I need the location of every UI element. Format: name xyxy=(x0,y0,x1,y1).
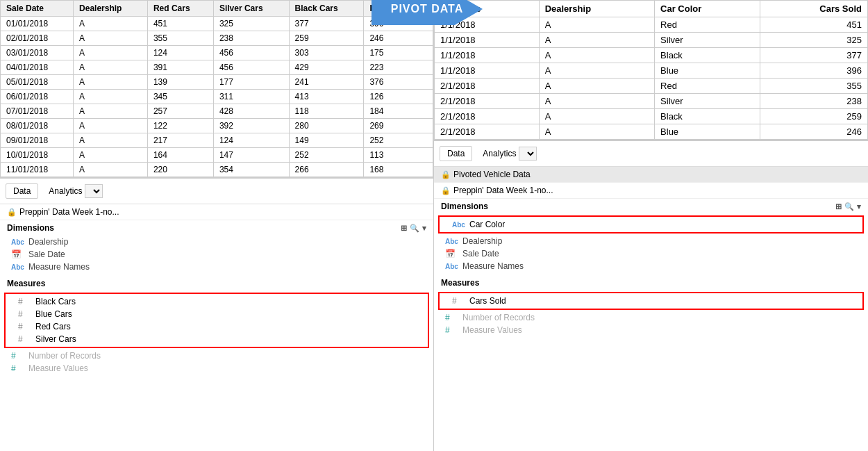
left-measure-redcars-type: # xyxy=(18,322,32,331)
left-measure-bluecars-label: Blue Cars xyxy=(35,309,72,319)
right-table-cell: A xyxy=(539,33,654,48)
left-table-cell: 164 xyxy=(147,148,213,163)
right-table-cell: 451 xyxy=(760,17,868,33)
left-dim-dealership-label: Dealership xyxy=(28,237,68,247)
right-panel-tabs: Data Analytics xyxy=(434,141,868,167)
right-measures-boxed: # Cars Sold xyxy=(438,292,864,310)
right-data-panel: Data Analytics 🔒 Pivoted Vehicle Data 🔒 … xyxy=(434,140,868,451)
left-table-cell: 217 xyxy=(147,133,213,148)
left-col-header-blackcars: Black Cars xyxy=(289,1,364,17)
left-table-cell: 113 xyxy=(364,148,433,163)
right-table-cell: 2/1/2018 xyxy=(435,109,540,124)
right-dimensions-header: Dimensions ⊞ 🔍 ▾ xyxy=(434,199,868,214)
left-dimensions-grid-icon[interactable]: ⊞ xyxy=(401,224,407,233)
right-table-row: 1/1/2018ASilver325 xyxy=(435,33,868,48)
left-measure-redcars-label: Red Cars xyxy=(35,322,71,331)
right-dimensions-caret-icon[interactable]: ▾ xyxy=(857,202,861,211)
left-dim-saledate-type: 📅 xyxy=(11,249,25,259)
right-dimensions-search-icon[interactable]: 🔍 xyxy=(844,202,854,211)
left-table-cell: 325 xyxy=(213,17,289,31)
right-datasource-active-row[interactable]: 🔒 Pivoted Vehicle Data xyxy=(434,167,868,183)
left-tab-data[interactable]: Data xyxy=(6,183,38,199)
left-table-cell: 280 xyxy=(289,119,364,133)
right-measures-header: Measures xyxy=(434,275,868,290)
right-data-table: Sale Date Dealership Car Color Cars Sold… xyxy=(434,0,868,140)
right-measure-measurevalues-label: Measure Values xyxy=(462,325,522,335)
left-table-cell: 456 xyxy=(213,60,289,75)
left-measure-measurevalues: # Measure Values xyxy=(0,362,433,375)
right-table-cell: Silver xyxy=(655,33,760,48)
pivot-button[interactable]: PIVOT DATA xyxy=(372,0,483,25)
right-col-header-carssold: Cars Sold xyxy=(760,1,868,17)
left-datasource-row[interactable]: 🔒 Preppin' Data Week 1-no... xyxy=(0,204,433,220)
right-analytics-dropdown[interactable] xyxy=(519,147,537,161)
right-dim-dealership-type: Abc xyxy=(445,238,459,245)
right-dimensions-icons: ⊞ 🔍 ▾ xyxy=(835,202,861,211)
left-measure-numrecords-type: # xyxy=(11,351,25,361)
right-tab-data[interactable]: Data xyxy=(440,146,472,161)
left-datasource-label: Preppin' Data Week 1-no... xyxy=(19,207,119,217)
left-panel: Sale Date Dealership Red Cars Silver Car… xyxy=(0,0,434,451)
left-table-cell: 392 xyxy=(213,119,289,133)
left-table-cell: A xyxy=(74,60,148,75)
left-table-cell: 223 xyxy=(364,60,433,75)
right-panel: Sale Date Dealership Car Color Cars Sold… xyxy=(434,0,868,451)
right-table-row: 1/1/2018ABlue396 xyxy=(435,63,868,79)
right-table-row: 1/1/2018ABlack377 xyxy=(435,48,868,63)
left-table-row: 05/01/2018A139177241376 xyxy=(1,75,433,90)
right-measure-numrecords: # Number of Records xyxy=(434,311,868,324)
left-measure-blackcars-label: Black Cars xyxy=(35,297,76,306)
left-table-cell: 02/01/2018 xyxy=(1,31,74,46)
right-dimensions-boxed: Abc Car Color xyxy=(438,215,864,233)
left-dimensions-caret-icon[interactable]: ▾ xyxy=(422,224,426,233)
left-table-cell: A xyxy=(74,90,148,104)
left-table-cell: 246 xyxy=(364,31,433,46)
left-table-cell: 139 xyxy=(147,75,213,90)
right-table-cell: 325 xyxy=(760,33,868,48)
left-table-cell: 177 xyxy=(213,75,289,90)
left-table-cell: 06/01/2018 xyxy=(1,90,74,104)
left-col-header-silvercars: Silver Cars xyxy=(213,1,289,17)
left-measure-bluecars: # Blue Cars xyxy=(7,308,426,320)
right-table-row: 1/1/2018ARed451 xyxy=(435,17,868,33)
left-table-cell: 257 xyxy=(147,104,213,119)
right-table-cell: 2/1/2018 xyxy=(435,94,540,109)
left-table-cell: A xyxy=(74,75,148,90)
left-dimensions-search-icon[interactable]: 🔍 xyxy=(410,224,419,233)
left-measure-numrecords: # Number of Records xyxy=(0,350,433,362)
right-measure-numrecords-label: Number of Records xyxy=(462,313,535,322)
left-table-cell: 122 xyxy=(147,119,213,133)
left-table-cell: 09/01/2018 xyxy=(1,133,74,148)
right-tab-analytics[interactable]: Analytics xyxy=(475,144,544,163)
left-measure-blackcars: # Black Cars xyxy=(7,295,426,308)
right-table-cell: 259 xyxy=(760,109,868,124)
right-table-cell: A xyxy=(539,94,654,109)
left-table-cell: 184 xyxy=(364,104,433,119)
right-table-cell: Red xyxy=(655,79,760,94)
left-table-cell: 149 xyxy=(289,133,364,148)
right-measure-carssold-label: Cars Sold xyxy=(469,296,506,306)
left-table-cell: 175 xyxy=(364,46,433,60)
left-table-cell: 376 xyxy=(364,75,433,90)
left-table-row: 03/01/2018A124456303175 xyxy=(1,46,433,60)
right-dim-carcolor: Abc Car Color xyxy=(441,218,861,231)
right-datasource-active-label: Pivoted Vehicle Data xyxy=(453,170,531,179)
left-table-cell: A xyxy=(74,17,148,31)
right-datasource-row[interactable]: 🔒 Preppin' Data Week 1-no... xyxy=(434,183,868,199)
left-dim-measurenames-type: Abc xyxy=(11,263,25,271)
right-table-cell: Red xyxy=(655,17,760,33)
left-table-cell: A xyxy=(74,31,148,46)
left-data-panel: Data Analytics 🔒 Preppin' Data Week 1-no… xyxy=(0,178,433,451)
left-analytics-dropdown[interactable] xyxy=(85,184,103,198)
left-table-cell: A xyxy=(74,148,148,163)
left-dim-dealership: Abc Dealership xyxy=(0,236,433,248)
left-dimensions-label: Dimensions xyxy=(7,223,54,233)
right-table-cell: Blue xyxy=(655,124,760,140)
right-table-cell: 2/1/2018 xyxy=(435,124,540,140)
right-table-row: 2/1/2018ASilver238 xyxy=(435,94,868,109)
left-tab-analytics[interactable]: Analytics xyxy=(41,181,110,201)
left-table-cell: 03/01/2018 xyxy=(1,46,74,60)
left-table-cell: 252 xyxy=(289,148,364,163)
left-measures-header: Measures xyxy=(0,276,433,291)
right-dimensions-grid-icon[interactable]: ⊞ xyxy=(835,202,842,211)
